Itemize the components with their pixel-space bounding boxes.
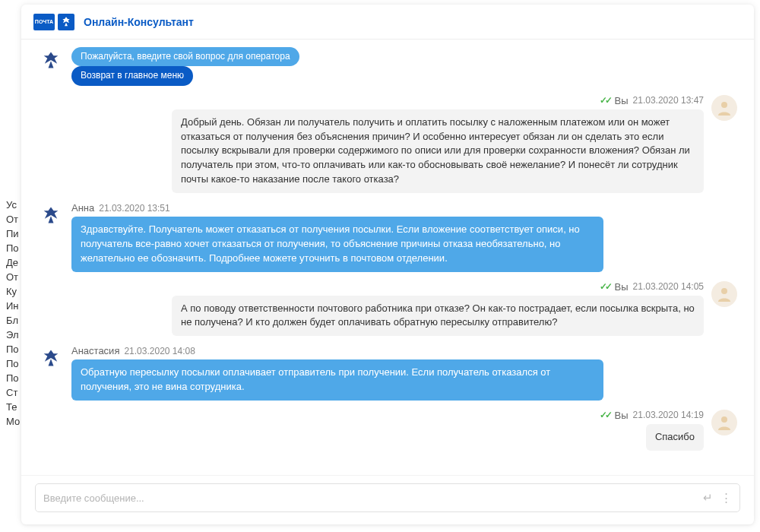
user-avatar-icon [711, 410, 737, 435]
message-row: ✓✓Вы21.03.2020 14:05А по поводу ответств… [38, 281, 737, 337]
svg-point-0 [721, 102, 727, 108]
message-row: ✓✓Вы21.03.2020 13:47Добрый день. Обязан … [38, 95, 737, 193]
message-row: Анна21.03.2020 13:51Здравствуйте. Получа… [38, 202, 737, 272]
message-meta: ✓✓Вы21.03.2020 14:05 [600, 281, 704, 293]
chat-widget: ПОЧТА Онлайн-Консультант Пожалуйста, вве… [21, 5, 754, 524]
message-author: Анастасия [71, 345, 119, 356]
read-checks-icon: ✓✓ [600, 281, 610, 292]
message-bubble: А по поводу ответственности почтового ра… [172, 296, 704, 337]
chat-input-area: ↵ ⋮ [21, 475, 754, 524]
user-avatar-icon [711, 281, 737, 307]
svg-point-1 [721, 288, 727, 294]
message-author: Вы [615, 281, 629, 293]
message-row: Анастасия21.03.2020 14:08Обратную пересы… [38, 345, 737, 401]
svg-point-2 [721, 416, 727, 423]
message-meta: ✓✓Вы21.03.2020 13:47 [600, 95, 704, 106]
more-icon[interactable]: ⋮ [720, 491, 732, 505]
pochta-logo: ПОЧТА [33, 14, 55, 30]
chat-title: Онлайн-Консультант [84, 16, 194, 28]
operator-avatar-icon [38, 345, 64, 371]
message-bubble: Обратную пересылку посылки оплачивает от… [71, 359, 603, 401]
message-author: Анна [71, 202, 94, 214]
chat-input[interactable]: ↵ ⋮ [35, 483, 740, 512]
message-bubble: Спасибо [646, 424, 704, 451]
operator-avatar-icon [38, 47, 64, 73]
quick-reply-button[interactable]: Возврат в главное меню [71, 66, 193, 85]
send-icon[interactable]: ↵ [703, 491, 713, 505]
message-meta: ✓✓Вы21.03.2020 14:19 [600, 410, 704, 421]
message-time: 21.03.2020 14:19 [633, 410, 704, 420]
message-time: 21.03.2020 13:51 [99, 203, 169, 214]
message-time: 21.03.2020 13:47 [633, 95, 704, 106]
message-meta: Анастасия21.03.2020 14:08 [71, 345, 603, 356]
quick-reply-button[interactable]: Пожалуйста, введите свой вопрос для опер… [71, 47, 299, 66]
message-bubble: Добрый день. Обязан ли получатель получи… [172, 109, 704, 193]
chat-body[interactable]: Пожалуйста, введите свой вопрос для опер… [21, 40, 754, 475]
message-bubble: Здравствуйте. Получатель может отказатьс… [71, 217, 603, 272]
eagle-emblem-icon [58, 14, 74, 30]
read-checks-icon: ✓✓ [600, 95, 610, 106]
message-author: Вы [615, 95, 629, 106]
chat-header: ПОЧТА Онлайн-Консультант [21, 5, 754, 40]
message-time: 21.03.2020 14:08 [124, 346, 195, 356]
message-meta: Анна21.03.2020 13:51 [71, 202, 603, 214]
message-author: Вы [615, 410, 629, 421]
message-row: Пожалуйста, введите свой вопрос для опер… [38, 47, 737, 86]
message-row: ✓✓Вы21.03.2020 14:19Спасибо [38, 410, 737, 451]
operator-avatar-icon [38, 202, 64, 228]
message-field[interactable] [43, 492, 703, 504]
read-checks-icon: ✓✓ [600, 410, 610, 420]
message-time: 21.03.2020 14:05 [633, 281, 704, 292]
user-avatar-icon [711, 95, 737, 121]
